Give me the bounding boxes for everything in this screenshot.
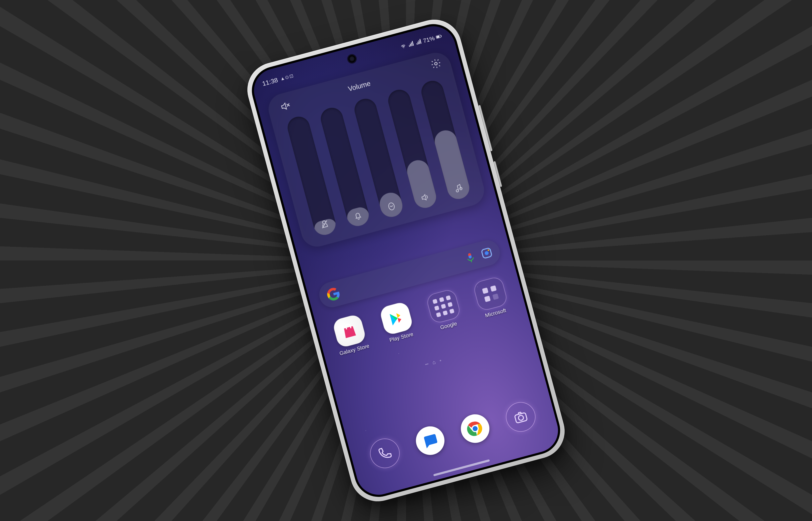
dock-phone[interactable] (367, 435, 403, 472)
folder-preview-icon (432, 295, 455, 317)
svg-point-12 (484, 251, 489, 255)
status-notification-icons: ▲ ⊙ ⊡ (279, 73, 294, 82)
svg-rect-17 (515, 412, 527, 423)
svg-point-5 (434, 62, 437, 65)
search-input[interactable] (345, 260, 460, 291)
volume-panel-title: Volume (347, 80, 371, 93)
gear-icon (429, 57, 443, 70)
wifi-icon (400, 42, 407, 50)
app-play-store[interactable]: Play Store (373, 299, 422, 346)
dock-messages[interactable] (413, 423, 448, 458)
google-lens-icon[interactable] (480, 246, 494, 260)
speaker-mute-icon (279, 100, 292, 113)
folder-preview-icon (482, 286, 499, 302)
volume-settings-button[interactable] (429, 56, 443, 71)
phone-icon (376, 444, 394, 462)
page-dot: ━ (425, 361, 429, 367)
svg-point-18 (518, 415, 524, 421)
battery-percent: 71% (422, 35, 435, 44)
mute-toggle-button[interactable] (278, 99, 293, 113)
dock-camera[interactable] (502, 399, 539, 435)
home-page-dot: ⌂ (432, 359, 436, 365)
signal-icon-2 (415, 38, 423, 46)
dock (349, 394, 557, 476)
play-store-icon (387, 309, 406, 328)
svg-line-4 (287, 103, 290, 107)
page-dot: • (439, 357, 442, 364)
gesture-nav-bar[interactable] (433, 459, 490, 476)
folder-microsoft[interactable]: Microsoft (467, 274, 516, 321)
app-galaxy-store[interactable]: Galaxy Store (326, 312, 375, 359)
chrome-icon (465, 418, 486, 439)
messages-icon (421, 431, 440, 450)
status-right-cluster: 71% (400, 32, 443, 50)
dock-chrome[interactable] (457, 411, 493, 446)
phone-frame: 11:38 ▲ ⊙ ⊡ 71% (241, 14, 571, 507)
shopping-bag-icon (338, 320, 360, 342)
status-clock: 11:38 (261, 76, 279, 88)
google-logo-icon (325, 286, 342, 303)
camera-icon (512, 408, 530, 426)
svg-point-13 (488, 249, 489, 251)
google-mic-icon[interactable] (463, 250, 477, 265)
battery-icon (435, 32, 443, 40)
app-label: Google (439, 320, 457, 330)
phone-screen[interactable]: 11:38 ▲ ⊙ ⊡ 71% (249, 21, 563, 500)
folder-google[interactable]: Google (420, 287, 469, 333)
signal-icon (407, 40, 415, 48)
